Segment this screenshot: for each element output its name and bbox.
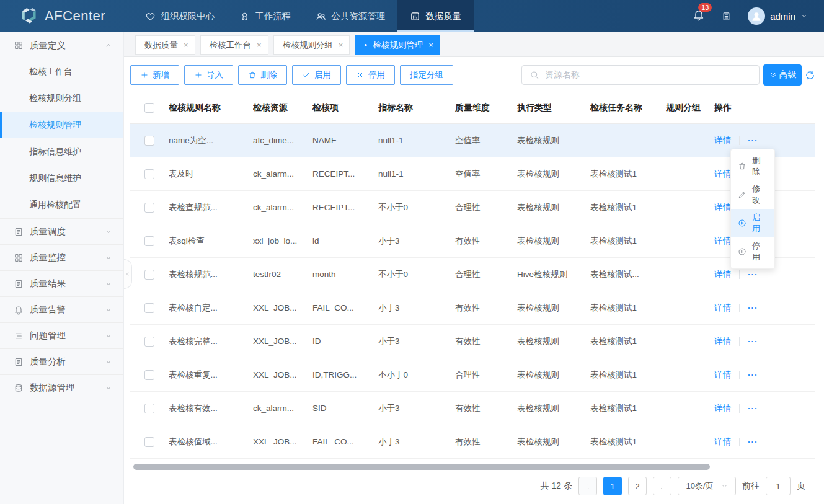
sidebar-group-3[interactable]: 质量结果 <box>0 270 123 296</box>
column-header[interactable]: 检核任务名称 <box>590 92 666 123</box>
sidebar-item-0-3[interactable]: 指标信息维护 <box>0 138 123 165</box>
detail-link[interactable]: 详情 <box>714 369 731 381</box>
user-menu[interactable]: admin <box>748 7 808 25</box>
document-icon[interactable] <box>721 11 732 22</box>
row-checkbox[interactable] <box>144 370 154 380</box>
context-menu-item-3[interactable]: 停用 <box>731 237 774 266</box>
sidebar-item-0-2[interactable]: 检核规则管理 <box>0 112 123 138</box>
row-checkbox[interactable] <box>144 404 154 413</box>
brand[interactable]: AFCenter <box>0 6 133 26</box>
toolbar-button-0[interactable]: 新增 <box>130 65 179 85</box>
tab-close-icon[interactable]: × <box>428 40 433 50</box>
row-checkbox[interactable] <box>144 337 154 347</box>
more-actions-button[interactable]: ··· <box>748 303 758 312</box>
sidebar-group-1[interactable]: 质量调度 <box>0 218 123 244</box>
doc-icon <box>14 279 24 289</box>
grid-icon <box>14 40 24 50</box>
sidebar-item-0-1[interactable]: 检核规则分组 <box>0 85 123 112</box>
goto-page-input[interactable] <box>766 477 791 495</box>
column-header[interactable]: 执行类型 <box>517 92 590 123</box>
row-checkbox[interactable] <box>144 236 154 246</box>
column-header[interactable]: 操作 <box>714 92 815 123</box>
tab-close-icon[interactable]: × <box>257 40 262 50</box>
detail-link[interactable]: 详情 <box>714 336 731 347</box>
row-checkbox[interactable] <box>144 270 154 280</box>
sidebar-item-0-5[interactable]: 通用检核配置 <box>0 192 123 218</box>
page-button-1[interactable]: 1 <box>603 477 622 495</box>
toolbar-button-5[interactable]: 指定分组 <box>400 65 453 85</box>
row-checkbox[interactable] <box>144 203 154 213</box>
chevup-icon <box>105 42 112 49</box>
trash-icon <box>738 162 746 170</box>
nav-item-2[interactable]: 公共资源管理 <box>303 0 397 32</box>
column-header[interactable]: 检核规则名称 <box>169 92 253 123</box>
context-menu-item-0[interactable]: 删除 <box>731 152 774 180</box>
shell: 质量定义 检核工作台 检核规则分组 检核规则管理 指标信息维护 规则信息维护 通… <box>0 32 824 504</box>
search-input[interactable]: 资源名称 <box>521 65 760 85</box>
detail-link[interactable]: 详情 <box>714 303 731 314</box>
row-checkbox[interactable] <box>144 303 154 313</box>
page-buttons: 12 <box>603 477 647 495</box>
sidebar-group-7[interactable]: 数据源管理 <box>0 374 123 400</box>
detail-link[interactable]: 详情 <box>714 169 731 180</box>
toolbar-button-3[interactable]: 启用 <box>292 65 341 85</box>
column-header[interactable]: 检核资源 <box>253 92 312 123</box>
more-actions-button[interactable]: ··· <box>748 404 758 413</box>
page-button-2[interactable]: 2 <box>628 477 647 495</box>
tab-close-icon[interactable]: × <box>339 40 343 50</box>
detail-link[interactable]: 详情 <box>714 135 731 146</box>
nav-item-1[interactable]: 工作流程 <box>227 0 303 32</box>
context-menu-item-1[interactable]: 修改 <box>731 180 774 209</box>
next-page-button[interactable] <box>653 477 671 495</box>
more-actions-button[interactable]: ··· <box>748 136 758 145</box>
sidebar-group-0[interactable]: 质量定义 <box>0 32 123 58</box>
more-actions-button[interactable]: ··· <box>748 437 758 446</box>
page-size-select[interactable]: 10条/页 <box>678 477 736 495</box>
chevdown-icon <box>105 384 112 392</box>
tab-1[interactable]: 检核工作台 × <box>200 35 268 55</box>
more-actions-button[interactable]: ··· <box>748 337 758 346</box>
scrollbar-thumb[interactable] <box>133 464 710 470</box>
plus-icon <box>194 71 203 79</box>
sidebar-item-0-4[interactable]: 规则信息维护 <box>0 165 123 192</box>
column-header[interactable]: 质量维度 <box>455 92 517 123</box>
advanced-search-button[interactable]: 高级 <box>763 64 802 86</box>
row-checkbox[interactable] <box>144 169 154 179</box>
sidebar-collapse-handle[interactable] <box>124 259 132 289</box>
sidebar-group-4[interactable]: 质量告警 <box>0 296 123 322</box>
column-header[interactable]: 指标名称 <box>378 92 455 123</box>
row-checkbox[interactable] <box>144 136 154 146</box>
tab-2[interactable]: 检核规则分组 × <box>273 35 350 55</box>
detail-link[interactable]: 详情 <box>714 403 731 414</box>
tab-close-icon[interactable]: × <box>184 40 188 50</box>
check-icon <box>302 71 311 79</box>
sidebar-group-5[interactable]: 问题管理 <box>0 322 123 348</box>
nav-item-0[interactable]: 组织权限中心 <box>133 0 227 32</box>
sidebar-item-0-0[interactable]: 检核工作台 <box>0 58 123 85</box>
tab-0[interactable]: 数据质量 × <box>135 35 195 55</box>
toolbar-button-4[interactable]: 停用 <box>346 65 395 85</box>
pagination-total: 共 12 条 <box>541 480 572 492</box>
column-header[interactable]: 规则分组 <box>666 92 714 123</box>
tab-3[interactable]: ● 检核规则管理 × <box>355 35 440 55</box>
nav-item-3[interactable]: 数据质量 <box>397 0 474 32</box>
more-actions-button[interactable]: ··· <box>748 370 758 379</box>
sidebar-group-6[interactable]: 质量分析 <box>0 348 123 374</box>
detail-link[interactable]: 详情 <box>714 269 731 280</box>
detail-link[interactable]: 详情 <box>714 202 731 213</box>
column-header[interactable]: 检核项 <box>312 92 378 123</box>
detail-link[interactable]: 详情 <box>714 436 731 448</box>
sidebar-group-2[interactable]: 质量监控 <box>0 244 123 270</box>
content: 新增 导入 删除 启用 停用 指定分组 资源名称 高级 <box>124 57 824 504</box>
prev-page-button[interactable] <box>578 477 597 495</box>
toolbar-button-2[interactable]: 删除 <box>238 65 287 85</box>
select-all-checkbox[interactable] <box>144 103 154 113</box>
main-area: 数据质量 × 检核工作台 × 检核规则分组 × ● 检核规则管理 × 新增 导入… <box>124 32 824 504</box>
refresh-icon[interactable] <box>805 70 815 81</box>
detail-link[interactable]: 详情 <box>714 236 731 247</box>
more-actions-button[interactable]: ··· <box>748 270 758 279</box>
notification-bell-button[interactable]: 13 <box>693 9 705 24</box>
toolbar-button-1[interactable]: 导入 <box>184 65 233 85</box>
row-checkbox[interactable] <box>144 437 154 447</box>
context-menu-item-2[interactable]: 启用 <box>731 209 774 237</box>
